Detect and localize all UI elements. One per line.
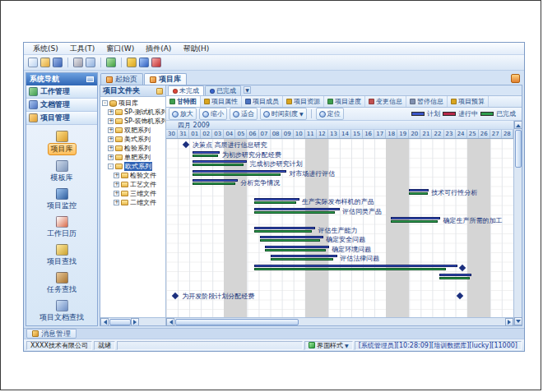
scroll-left-button[interactable] xyxy=(166,318,174,326)
gantt-task-bar[interactable]: 生产实际发布样机的产品 xyxy=(254,198,299,207)
gantt-task-bar[interactable]: 完成初步研究计划 xyxy=(193,160,247,169)
sidebar-item[interactable]: 任务查找 xyxy=(26,272,97,295)
detail-tab[interactable]: 项目进度 xyxy=(324,96,365,107)
gantt-toolbar-button[interactable]: 定位 xyxy=(316,108,344,120)
gantt-task-bar[interactable]: 分析竞争情况 xyxy=(193,179,238,188)
gantt-task-bar[interactable]: 对市场进行评估 xyxy=(193,170,286,179)
menu-item[interactable]: 窗口(W) xyxy=(100,44,140,54)
scroll-thumb[interactable] xyxy=(515,130,522,168)
sidebar-item[interactable]: 工作日历 xyxy=(26,216,97,239)
gantt-chart[interactable]: 决策点 高层进行信息研究为初步研究分配经费完成初步研究计划对市场进行评估分析竞争… xyxy=(166,139,513,317)
tree-item[interactable]: +检验系列 xyxy=(100,144,165,153)
tree-expander[interactable]: + xyxy=(114,182,119,187)
gantt-task-bar[interactable]: 为初步研究分配经费 xyxy=(193,151,219,160)
exit-icon[interactable] xyxy=(151,58,161,67)
tree-item[interactable]: +SP-装饰机系列 xyxy=(100,117,165,126)
gantt-task-label: 评估生产能力 xyxy=(318,227,357,234)
gantt-task-bar[interactable]: 确定环境问题 xyxy=(265,246,330,255)
nav-panel-menu-icon[interactable] xyxy=(86,76,94,82)
gantt-task-bar[interactable]: 确定安全问题 xyxy=(260,236,323,245)
sidebar-item[interactable]: 模板库 xyxy=(26,160,97,183)
detail-tab[interactable]: 变更信息 xyxy=(365,96,406,107)
tree-expander[interactable]: + xyxy=(108,118,114,124)
sidebar-group[interactable]: 工作管理 xyxy=(26,85,97,99)
gantt-task-bar[interactable]: 技术可行性分析 xyxy=(409,189,429,198)
gantt-task-bar[interactable]: 评估生产能力 xyxy=(254,227,316,236)
scroll-thumb[interactable] xyxy=(109,319,131,325)
tree-expander[interactable]: + xyxy=(108,154,114,160)
sidebar-item[interactable]: 项目库 xyxy=(26,131,97,155)
tree-expander[interactable]: + xyxy=(108,145,114,151)
tree-horizontal-scrollbar[interactable] xyxy=(100,317,165,325)
print-icon[interactable] xyxy=(73,58,83,67)
sidebar-item[interactable]: 项目文档查找 xyxy=(26,300,97,323)
tree-expander[interactable]: + xyxy=(108,109,114,115)
scroll-thumb[interactable] xyxy=(175,319,299,325)
tree-expander[interactable]: + xyxy=(108,127,114,133)
detail-tab[interactable]: 项目资源 xyxy=(283,96,324,107)
help-icon[interactable] xyxy=(139,58,149,67)
scroll-left-button[interactable] xyxy=(100,318,109,326)
detail-tab[interactable]: 甘特图 xyxy=(166,96,201,107)
gantt-task-label: 为开发阶段计划分配经费 xyxy=(182,293,254,300)
tree-item[interactable]: +工艺文件 xyxy=(100,180,165,189)
tree-item[interactable]: +三维文件 xyxy=(100,189,165,198)
scroll-right-button[interactable] xyxy=(131,318,139,326)
tab-scroll-button[interactable] xyxy=(511,74,520,83)
tree-expander[interactable]: + xyxy=(114,173,119,178)
tree-item[interactable]: +检验文件 xyxy=(100,171,165,180)
gantt-toolbar-button[interactable]: 放大 xyxy=(169,108,197,120)
gantt-toolbar-button[interactable]: 适合 xyxy=(230,108,258,120)
new-document-icon[interactable] xyxy=(28,58,38,67)
refresh-icon[interactable] xyxy=(106,58,116,67)
sidebar-item[interactable]: 项目查找 xyxy=(26,244,97,267)
detail-tab[interactable]: 项目属性 xyxy=(201,96,242,107)
gantt-task-bar[interactable]: 评估同类产品 xyxy=(254,208,340,217)
lock-icon[interactable] xyxy=(127,58,137,67)
status-tab[interactable]: 已完成 xyxy=(205,85,241,95)
tree-expander[interactable]: - xyxy=(108,164,114,169)
detail-tab[interactable]: 暂停信息 xyxy=(406,96,448,107)
style-selector[interactable]: 界面样式 ▼ xyxy=(304,341,353,350)
tree-expander[interactable]: + xyxy=(114,191,119,196)
open-project-icon[interactable] xyxy=(40,58,50,67)
tree-expander[interactable]: + xyxy=(114,200,119,205)
tree-item[interactable]: -项目库 xyxy=(100,99,165,108)
scroll-down-button[interactable] xyxy=(514,317,522,325)
detail-tab[interactable]: 项目成员 xyxy=(242,96,283,107)
message-management-tab[interactable]: 消息管理 xyxy=(26,329,77,339)
tree-item[interactable]: +美式系列 xyxy=(100,135,165,144)
gantt-toolbar-button[interactable]: 时间刻度▼ xyxy=(260,108,307,120)
sidebar-group[interactable]: 文档管理 xyxy=(26,99,97,112)
gantt-toolbar-button[interactable]: 缩小 xyxy=(199,108,227,120)
print-preview-icon[interactable] xyxy=(86,58,95,67)
gantt-task-bar[interactable]: 评估法律问题 xyxy=(271,255,338,264)
tree-expander[interactable]: - xyxy=(102,100,108,106)
menu-item[interactable]: 工具(T) xyxy=(64,44,101,54)
scroll-right-button[interactable] xyxy=(505,318,513,326)
tree-item[interactable]: +单肥系列 xyxy=(100,153,165,162)
menu-item[interactable]: 系统(S) xyxy=(27,44,64,54)
gantt-task-bar[interactable]: 确定生产所需的加工 xyxy=(391,217,440,226)
detail-tab[interactable]: 项目预算 xyxy=(448,96,489,107)
status-tab-overflow-button[interactable]: ▼ xyxy=(244,86,251,94)
doc-tab[interactable]: 项目库 xyxy=(144,73,187,85)
gantt-task-bar[interactable] xyxy=(439,274,471,283)
gantt-task-bar[interactable] xyxy=(254,265,458,274)
status-tab[interactable]: 未完成 xyxy=(168,85,204,95)
sidebar-group[interactable]: 项目管理 xyxy=(26,112,97,125)
save-icon[interactable] xyxy=(53,58,63,67)
tree-item[interactable]: +双肥系列 xyxy=(100,126,165,135)
scroll-up-button[interactable] xyxy=(514,121,522,129)
tree-item[interactable]: +二维文件 xyxy=(100,198,165,207)
tree-item[interactable]: -欧式系列 xyxy=(100,162,165,171)
menu-item[interactable]: 插件(A) xyxy=(140,44,177,54)
tree-expander[interactable]: + xyxy=(108,136,114,142)
plan-bar xyxy=(271,255,338,257)
gantt-vertical-scrollbar[interactable] xyxy=(513,121,522,325)
menu-item[interactable]: 帮助(H) xyxy=(177,44,215,54)
gantt-horizontal-scrollbar[interactable] xyxy=(166,317,513,325)
doc-tab[interactable]: 起始页 xyxy=(100,73,143,85)
sidebar-item[interactable]: 项目监控 xyxy=(26,188,97,211)
tree-item[interactable]: +SP-测试机系列 xyxy=(100,108,165,117)
